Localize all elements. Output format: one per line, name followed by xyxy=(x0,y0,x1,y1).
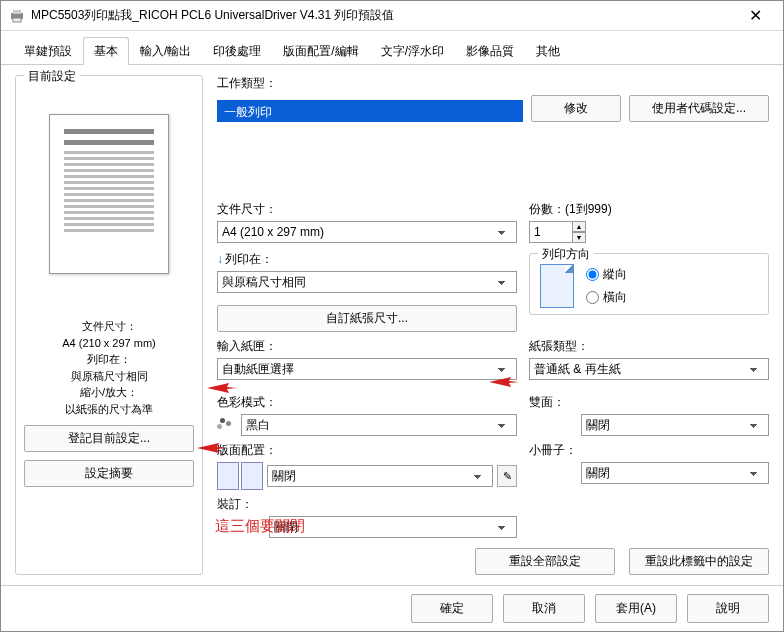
booklet-label: 小冊子： xyxy=(529,442,769,459)
tab-other[interactable]: 其他 xyxy=(525,37,571,65)
close-button[interactable]: ✕ xyxy=(735,6,775,25)
duplex-select[interactable]: 關閉 xyxy=(581,414,769,436)
info-zoom-value: 以紙張的尺寸為準 xyxy=(24,401,194,418)
current-settings-title: 目前設定 xyxy=(24,68,80,85)
ok-button[interactable]: 確定 xyxy=(411,594,493,623)
tray-label: 輸入紙匣： xyxy=(217,338,517,355)
copies-down-button[interactable]: ▼ xyxy=(572,232,586,243)
page-preview-box xyxy=(24,84,194,304)
copies-input[interactable] xyxy=(529,221,573,243)
papertype-block: 紙張類型： 普通紙 & 再生紙 xyxy=(529,338,769,380)
printon-label: ↓列印在： xyxy=(217,251,517,268)
color-mode-icon xyxy=(217,418,235,432)
layout-label: 版面配置： xyxy=(217,442,517,459)
usercode-button[interactable]: 使用者代碼設定... xyxy=(629,95,769,122)
reset-tab-button[interactable]: 重設此標籤中的設定 xyxy=(629,548,769,575)
booklet-block: 小冊子： 關閉 xyxy=(529,442,769,484)
copies-orient-block: 份數：(1到999) ▲▼ 列印方向 縱向 橫向 xyxy=(529,201,769,315)
layout-icon-2 xyxy=(241,462,263,490)
layout-icons xyxy=(217,462,263,490)
modify-button[interactable]: 修改 xyxy=(531,95,621,122)
info-printon-label: 列印在： xyxy=(24,351,194,368)
reset-all-button[interactable]: 重設全部設定 xyxy=(475,548,615,575)
dialog-body: 目前設定 文件尺寸： A4 (210 x 297 mm) 列印在： 與原稿尺寸相… xyxy=(1,65,783,585)
tray-select[interactable]: 自動紙匣選擇 xyxy=(217,358,517,380)
binding-label: 裝訂： xyxy=(217,496,517,513)
right-panel: 工作類型： 一般列印 修改 使用者代碼設定... 文件尺寸： A4 (210 x… xyxy=(217,75,769,575)
tab-basic[interactable]: 基本 xyxy=(83,37,129,65)
printon-select[interactable]: 與原稿尺寸相同 xyxy=(217,271,517,293)
dialog-window: MPC5503列印點我_RICOH PCL6 UniversalDriver V… xyxy=(0,0,784,632)
arrow-down-icon: ↓ xyxy=(217,252,223,266)
color-block: 色彩模式： 黑白 xyxy=(217,394,517,436)
page-preview xyxy=(49,114,169,274)
titlebar: MPC5503列印點我_RICOH PCL6 UniversalDriver V… xyxy=(1,1,783,31)
settings-info: 文件尺寸： A4 (210 x 297 mm) 列印在： 與原稿尺寸相同 縮小/… xyxy=(24,318,194,417)
layout-icon-1 xyxy=(217,462,239,490)
tab-layout-edit[interactable]: 版面配置/編輯 xyxy=(272,37,369,65)
settings-summary-button[interactable]: 設定摘要 xyxy=(24,460,194,487)
svg-rect-2 xyxy=(13,18,21,22)
svg-rect-1 xyxy=(13,10,21,14)
tab-quality[interactable]: 影像品質 xyxy=(455,37,525,65)
annotation-text: 這三個要關閉 xyxy=(215,517,305,536)
duplex-block: 雙面： 關閉 xyxy=(529,394,769,436)
color-select[interactable]: 黑白 xyxy=(241,414,517,436)
orientation-icon xyxy=(540,264,574,308)
layout-block: 版面配置： 關閉 ✎ xyxy=(217,442,517,490)
layout-select[interactable]: 關閉 xyxy=(267,465,493,487)
jobtype-block: 工作類型： 一般列印 修改 使用者代碼設定... xyxy=(217,75,769,185)
info-printon-value: 與原稿尺寸相同 xyxy=(24,368,194,385)
custom-papersize-button[interactable]: 自訂紙張尺寸... xyxy=(217,305,517,332)
printer-icon xyxy=(9,8,25,24)
duplex-label: 雙面： xyxy=(529,394,769,411)
orientation-title: 列印方向 xyxy=(538,246,594,263)
papertype-select[interactable]: 普通紙 & 再生紙 xyxy=(529,358,769,380)
layout-details-button[interactable]: ✎ xyxy=(497,465,517,487)
tab-io[interactable]: 輸入/輸出 xyxy=(129,37,202,65)
copies-spinner: ▲▼ xyxy=(529,221,769,243)
register-settings-button[interactable]: 登記目前設定... xyxy=(24,425,194,452)
info-docsize-value: A4 (210 x 297 mm) xyxy=(24,335,194,352)
left-panel: 目前設定 文件尺寸： A4 (210 x 297 mm) 列印在： 與原稿尺寸相… xyxy=(15,75,203,575)
window-title: MPC5503列印點我_RICOH PCL6 UniversalDriver V… xyxy=(31,7,735,24)
color-label: 色彩模式： xyxy=(217,394,517,411)
cancel-button[interactable]: 取消 xyxy=(503,594,585,623)
portrait-radio[interactable]: 縱向 xyxy=(586,266,627,283)
booklet-select[interactable]: 關閉 xyxy=(581,462,769,484)
info-docsize-label: 文件尺寸： xyxy=(24,318,194,335)
dialog-footer: 確定 取消 套用(A) 說明 xyxy=(1,585,783,631)
apply-button[interactable]: 套用(A) xyxy=(595,594,677,623)
papertype-label: 紙張類型： xyxy=(529,338,769,355)
jobtype-select[interactable]: 一般列印 xyxy=(217,100,523,122)
orientation-group: 列印方向 縱向 橫向 xyxy=(529,253,769,315)
tab-watermark[interactable]: 文字/浮水印 xyxy=(370,37,455,65)
current-settings-group: 目前設定 文件尺寸： A4 (210 x 297 mm) 列印在： 與原稿尺寸相… xyxy=(15,75,203,575)
tab-strip: 單鍵預設 基本 輸入/輸出 印後處理 版面配置/編輯 文字/浮水印 影像品質 其… xyxy=(1,31,783,65)
tray-block: 輸入紙匣： 自動紙匣選擇 xyxy=(217,338,517,380)
docsize-block: 文件尺寸： A4 (210 x 297 mm) ↓列印在： 與原稿尺寸相同 自訂… xyxy=(217,201,517,332)
docsize-label: 文件尺寸： xyxy=(217,201,517,218)
info-zoom-label: 縮小/放大： xyxy=(24,384,194,401)
landscape-radio[interactable]: 橫向 xyxy=(586,289,627,306)
copies-up-button[interactable]: ▲ xyxy=(572,221,586,232)
jobtype-label: 工作類型： xyxy=(217,75,769,92)
tab-oneclick[interactable]: 單鍵預設 xyxy=(13,37,83,65)
copies-label: 份數：(1到999) xyxy=(529,201,769,218)
help-button[interactable]: 說明 xyxy=(687,594,769,623)
tab-finishing[interactable]: 印後處理 xyxy=(202,37,272,65)
docsize-select[interactable]: A4 (210 x 297 mm) xyxy=(217,221,517,243)
binding-select[interactable]: 關閉 xyxy=(269,516,517,538)
reset-buttons-row: 重設全部設定 重設此標籤中的設定 xyxy=(217,548,769,575)
